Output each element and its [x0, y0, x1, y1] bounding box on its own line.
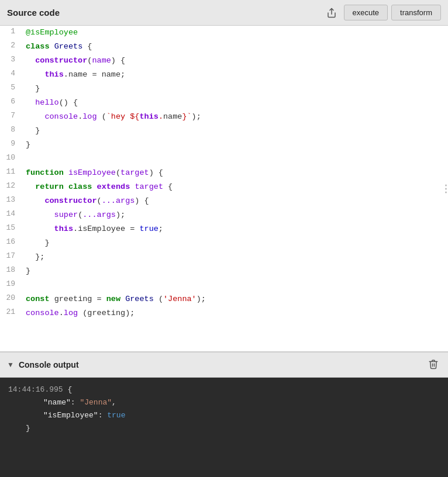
console-header-left: ▼ Console output — [7, 360, 79, 369]
line-code: @isEmployee — [21, 26, 448, 40]
line-number: 21 — [0, 306, 21, 320]
line-code: this.isEmployee = true; — [21, 222, 448, 236]
timestamp: 14:44:16.995 — [8, 385, 63, 394]
line-number: 5 — [0, 82, 21, 96]
line-number: 4 — [0, 68, 21, 82]
execute-button[interactable]: execute — [344, 5, 388, 20]
line-number: 8 — [0, 124, 21, 138]
console-line-name: "name": "Jenna", — [8, 396, 440, 409]
line-code: constructor(name) { — [21, 54, 448, 68]
console-output: 14:44:16.995 { "name": "Jenna", "isEmplo… — [0, 378, 448, 477]
page-title: Source code — [7, 8, 60, 18]
console-line-timestamp: 14:44:16.995 { — [8, 383, 440, 396]
line-number: 14 — [0, 208, 21, 222]
open-brace: { — [67, 385, 72, 394]
line-code: } — [21, 138, 448, 152]
console-title: Console output — [19, 360, 79, 369]
table-row: 2class Greets { — [0, 40, 448, 54]
line-number: 18 — [0, 264, 21, 278]
table-row: 4 this.name = name; — [0, 68, 448, 82]
table-row: 16 } — [0, 236, 448, 250]
table-row: 18} — [0, 264, 448, 278]
share-button[interactable] — [323, 5, 340, 20]
line-number: 12 — [0, 180, 21, 194]
line-code: this.name = name; — [21, 68, 448, 82]
table-row: 6 hello() { — [0, 96, 448, 110]
code-table: 1@isEmployee2class Greets {3 constructor… — [0, 26, 448, 320]
line-number: 2 — [0, 40, 21, 54]
line-number: 10 — [0, 152, 21, 166]
console-line-isEmployee: "isEmployee": true — [8, 409, 440, 422]
table-row: 19 — [0, 278, 448, 292]
table-row: 13 constructor(...args) { — [0, 194, 448, 208]
line-code — [21, 278, 448, 292]
line-code: } — [21, 236, 448, 250]
table-row: 9} — [0, 138, 448, 152]
line-code: hello() { — [21, 96, 448, 110]
line-number: 7 — [0, 110, 21, 124]
line-code: } — [21, 264, 448, 278]
console-toggle[interactable]: ▼ Console output — [0, 352, 448, 378]
line-number: 3 — [0, 54, 21, 68]
line-code: }; — [21, 250, 448, 264]
clear-console-button[interactable] — [426, 357, 441, 374]
line-number: 16 — [0, 236, 21, 250]
line-code: class Greets { — [21, 40, 448, 54]
line-number: 13 — [0, 194, 21, 208]
scrollbar-indicator — [445, 184, 447, 193]
table-row: 15 this.isEmployee = true; — [0, 222, 448, 236]
line-code: console.log (`hey ${this.name}`); — [21, 110, 448, 124]
line-number: 11 — [0, 166, 21, 180]
code-editor[interactable]: 1@isEmployee2class Greets {3 constructor… — [0, 26, 448, 352]
chevron-down-icon: ▼ — [7, 361, 14, 369]
line-code: constructor(...args) { — [21, 194, 448, 208]
table-row: 7 console.log (`hey ${this.name}`); — [0, 110, 448, 124]
console-line-close: } — [8, 422, 440, 435]
line-code — [21, 152, 448, 166]
line-number: 17 — [0, 250, 21, 264]
table-row: 12 return class extends target { — [0, 180, 448, 194]
table-row: 1@isEmployee — [0, 26, 448, 40]
line-number: 6 — [0, 96, 21, 110]
line-number: 15 — [0, 222, 21, 236]
table-row: 20const greeting = new Greets ('Jenna'); — [0, 292, 448, 306]
line-number: 1 — [0, 26, 21, 40]
header: Source code execute transform — [0, 0, 448, 26]
line-code: function isEmployee(target) { — [21, 166, 448, 180]
line-code: super(...args); — [21, 208, 448, 222]
line-code: } — [21, 82, 448, 96]
header-actions: execute transform — [323, 5, 441, 20]
line-code: } — [21, 124, 448, 138]
table-row: 14 super(...args); — [0, 208, 448, 222]
table-row: 3 constructor(name) { — [0, 54, 448, 68]
table-row: 8 } — [0, 124, 448, 138]
transform-button[interactable]: transform — [391, 5, 441, 20]
line-number: 20 — [0, 292, 21, 306]
line-code: console.log (greeting); — [21, 306, 448, 320]
line-code: const greeting = new Greets ('Jenna'); — [21, 292, 448, 306]
table-row: 21console.log (greeting); — [0, 306, 448, 320]
table-row: 10 — [0, 152, 448, 166]
table-row: 11function isEmployee(target) { — [0, 166, 448, 180]
line-code: return class extends target { — [21, 180, 448, 194]
table-row: 5 } — [0, 82, 448, 96]
line-number: 19 — [0, 278, 21, 292]
line-number: 9 — [0, 138, 21, 152]
table-row: 17 }; — [0, 250, 448, 264]
